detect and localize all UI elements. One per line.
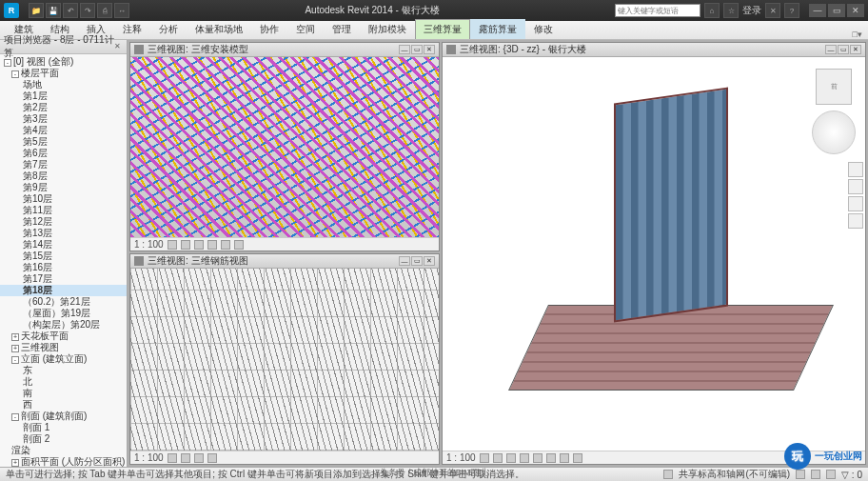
tab-massing[interactable]: 体量和场地 <box>187 19 251 39</box>
tab-collaborate[interactable]: 协作 <box>251 19 287 39</box>
reveal-hidden-icon[interactable] <box>573 453 582 463</box>
tab-rebar-quantity[interactable]: 露筋算量 <box>470 19 525 39</box>
tree-item[interactable]: -[0] 视图 (全部) <box>0 56 127 68</box>
tree-item[interactable]: 渲染 <box>0 445 127 456</box>
view-max-icon[interactable]: ▭ <box>411 45 423 54</box>
expand-icon[interactable]: + <box>11 459 19 467</box>
view-canvas[interactable] <box>130 269 439 451</box>
nav-zoom-icon[interactable] <box>848 196 863 211</box>
view-close-icon[interactable]: ✕ <box>850 45 861 54</box>
tree-item[interactable]: 第15层 <box>0 251 127 262</box>
detail-level-icon[interactable] <box>168 453 177 463</box>
app-icon[interactable]: R <box>4 3 19 18</box>
hide-isolate-icon[interactable] <box>234 240 244 250</box>
sun-path-icon[interactable] <box>506 453 516 463</box>
tree-item[interactable]: -楼层平面 <box>0 68 127 79</box>
expand-icon[interactable]: - <box>11 356 19 364</box>
qat-measure-icon[interactable]: ↔ <box>114 3 129 18</box>
tree-item[interactable]: 第3层 <box>0 113 127 125</box>
expand-icon[interactable]: + <box>11 345 19 352</box>
browser-close-icon[interactable]: ✕ <box>114 42 123 51</box>
nav-home-icon[interactable] <box>848 162 863 177</box>
tree-item[interactable]: 第18层 <box>0 285 127 296</box>
shadows-icon[interactable] <box>520 453 529 463</box>
view-max-icon[interactable]: ▭ <box>411 256 423 266</box>
select-pinned-icon[interactable] <box>826 470 836 479</box>
minimize-button[interactable]: — <box>809 4 826 17</box>
tab-3d-quantity[interactable]: 三维算量 <box>415 19 470 39</box>
sun-path-icon[interactable] <box>194 240 204 250</box>
tree-item[interactable]: 南 <box>0 388 127 399</box>
detail-level-icon[interactable] <box>168 240 177 250</box>
sun-path-icon[interactable] <box>194 453 204 463</box>
tree-item[interactable]: 西 <box>0 399 127 411</box>
view-cube[interactable]: 前 <box>816 69 852 105</box>
select-links-icon[interactable] <box>811 470 820 479</box>
tree-item[interactable]: 东 <box>0 365 127 376</box>
tree-item[interactable]: 第16层 <box>0 262 127 273</box>
view-max-icon[interactable]: ▭ <box>838 45 849 54</box>
hide-isolate-icon[interactable] <box>560 453 569 463</box>
crop-icon[interactable] <box>221 240 230 250</box>
view-canvas[interactable]: 前 <box>443 57 865 451</box>
tab-modify[interactable]: 修改 <box>525 19 562 39</box>
login-link[interactable]: 登录 <box>742 4 761 17</box>
visual-style-icon[interactable] <box>493 453 503 463</box>
tree-item[interactable]: 北 <box>0 376 127 388</box>
tree-item[interactable]: 第6层 <box>0 148 127 159</box>
tree-item[interactable]: +三维视图 <box>0 342 127 353</box>
tree-item[interactable]: （构架层）第20层 <box>0 319 127 331</box>
view-min-icon[interactable]: — <box>399 45 410 54</box>
qat-redo-icon[interactable]: ↷ <box>80 3 95 18</box>
tab-analyze[interactable]: 分析 <box>150 19 187 39</box>
tree-item[interactable]: +面积平面 (人防分区面积) <box>0 456 127 467</box>
tree-item[interactable]: 第14层 <box>0 239 127 251</box>
view-scale[interactable]: 1 : 100 <box>134 452 164 463</box>
browser-tree[interactable]: -[0] 视图 (全部)-楼层平面场地第1层第2层第3层第4层第5层第6层第7层… <box>0 54 127 467</box>
qat-save-icon[interactable]: 💾 <box>46 3 61 18</box>
tab-manage[interactable]: 管理 <box>324 19 360 39</box>
tree-item[interactable]: -剖面 (建筑剖面) <box>0 411 127 422</box>
tree-item[interactable]: 剖面 1 <box>0 422 127 433</box>
close-button[interactable]: ✕ <box>847 4 864 17</box>
expand-icon[interactable]: - <box>11 70 19 78</box>
tree-item[interactable]: 第17层 <box>0 273 127 285</box>
tree-item[interactable]: 第4层 <box>0 125 127 136</box>
tree-item[interactable]: 第5层 <box>0 136 127 148</box>
tree-item[interactable]: 第10层 <box>0 193 127 205</box>
worksets-icon[interactable] <box>663 470 673 479</box>
tree-item[interactable]: 剖面 2 <box>0 433 127 445</box>
favorite-icon[interactable]: ☆ <box>723 3 739 18</box>
detail-level-icon[interactable] <box>480 453 489 463</box>
tree-item[interactable]: 第13层 <box>0 228 127 239</box>
nav-pan-icon[interactable] <box>848 179 863 194</box>
tree-item[interactable]: 第8层 <box>0 170 127 182</box>
tree-item[interactable]: 第9层 <box>0 182 127 193</box>
tree-item[interactable]: 第7层 <box>0 159 127 170</box>
expand-icon[interactable]: - <box>11 413 19 421</box>
exchange-icon[interactable]: ✕ <box>765 3 780 18</box>
status-workset[interactable]: 共享标高和轴网(不可编辑) <box>679 468 790 481</box>
tab-addins[interactable]: 附加模块 <box>360 19 415 39</box>
view-min-icon[interactable]: — <box>399 256 410 266</box>
qat-print-icon[interactable]: ⎙ <box>97 3 112 18</box>
shadows-icon[interactable] <box>207 453 217 463</box>
qat-undo-icon[interactable]: ↶ <box>63 3 78 18</box>
steering-wheel-icon[interactable] <box>812 110 856 154</box>
expand-icon[interactable]: - <box>4 59 11 67</box>
tree-item[interactable]: （屋面）第19层 <box>0 308 127 319</box>
visual-style-icon[interactable] <box>181 453 190 463</box>
help-icon[interactable]: ? <box>784 3 799 18</box>
search-input[interactable] <box>615 4 700 17</box>
editable-only-icon[interactable] <box>796 470 805 479</box>
view-min-icon[interactable]: — <box>825 45 837 54</box>
visual-style-icon[interactable] <box>181 240 190 250</box>
tree-item[interactable]: +天花板平面 <box>0 331 127 342</box>
tab-view[interactable]: 空间 <box>287 19 324 39</box>
tree-item[interactable]: 第2层 <box>0 102 127 113</box>
tree-item[interactable]: 场地 <box>0 79 127 90</box>
tree-item[interactable]: 第1层 <box>0 90 127 102</box>
subscription-icon[interactable]: ⌂ <box>704 3 720 18</box>
shadows-icon[interactable] <box>207 240 217 250</box>
view-close-icon[interactable]: ✕ <box>424 45 435 54</box>
